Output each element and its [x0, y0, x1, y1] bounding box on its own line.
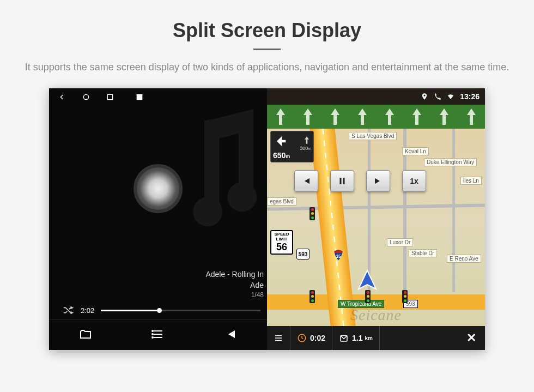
- svg-point-0: [83, 94, 88, 99]
- shuffle-icon[interactable]: [62, 304, 74, 316]
- lane-arrow-icon: [465, 108, 477, 125]
- lane-arrow-icon: [275, 108, 287, 125]
- turn-ahead-icon: [302, 136, 311, 144]
- home-icon[interactable]: [82, 93, 90, 104]
- road-minor: [452, 129, 455, 292]
- page-subtitle: It supports the same screen display of t…: [22, 60, 512, 75]
- eta-time: 0:02: [310, 334, 325, 342]
- svg-rect-6: [340, 178, 342, 184]
- road-label: Luxor Dr: [387, 238, 413, 246]
- pause-button[interactable]: [330, 170, 354, 192]
- lane-arrow-icon: [329, 108, 341, 125]
- track-counter: 1/48: [49, 291, 264, 300]
- lane-arrow-icon: [411, 108, 423, 125]
- watermark: Seicane: [350, 306, 402, 324]
- cd-spinner: [134, 164, 183, 213]
- eta-segment[interactable]: 0:02: [290, 326, 332, 350]
- next-turn-distance: 300: [300, 146, 308, 151]
- lane-guidance-bar: [267, 105, 485, 129]
- road-label: S Las Vegas Blvd: [349, 132, 397, 140]
- svg-point-5: [152, 337, 153, 338]
- clock-time: 13:26: [460, 92, 480, 101]
- speed-limit-sign: SPEED LIMIT 56: [270, 230, 293, 255]
- music-bottom-bar: [49, 319, 267, 350]
- elapsed-time: 2:02: [81, 306, 94, 315]
- location-icon: [421, 93, 428, 100]
- skip-back-button[interactable]: [294, 170, 318, 192]
- title-underline: [253, 49, 281, 50]
- lane-arrow-icon: [356, 108, 368, 125]
- turn-unit: m: [286, 154, 290, 159]
- traffic-light-icon: [310, 290, 315, 303]
- road-label: Koval Ln: [402, 147, 429, 155]
- svg-point-3: [152, 330, 153, 331]
- svg-rect-2: [137, 94, 143, 100]
- svg-rect-1: [107, 94, 112, 99]
- navigation-pane: 13:26 S Las Vegas Blvd Koval Ln Duke Ell…: [267, 88, 485, 350]
- interstate-shield-icon: 15: [332, 249, 344, 261]
- remaining-distance: 1.1: [352, 334, 362, 342]
- gallery-icon[interactable]: [135, 93, 144, 104]
- progress-row: 2:02: [49, 300, 267, 319]
- menu-button[interactable]: [267, 326, 290, 350]
- turn-distance: 650: [273, 151, 286, 160]
- distance-unit: km: [365, 335, 373, 341]
- track-title: Adele - Rolling In: [49, 269, 264, 280]
- road-koval: [403, 129, 406, 309]
- route-shield: 593: [296, 249, 310, 260]
- wifi-icon: [447, 93, 454, 100]
- close-button[interactable]: ✕: [458, 331, 485, 345]
- road-label: Stable Dr: [409, 249, 437, 257]
- playlist-icon[interactable]: [151, 328, 165, 343]
- road-label: egas Blvd: [267, 197, 296, 206]
- svg-rect-7: [343, 178, 345, 184]
- track-artist: Ade: [49, 280, 264, 291]
- music-note-icon: [180, 108, 278, 228]
- svg-text:15: 15: [336, 254, 341, 259]
- page-title: Split Screen Display: [0, 0, 534, 42]
- phone-icon: [434, 93, 441, 100]
- lane-arrow-icon: [384, 108, 396, 125]
- android-nav-bar: [49, 88, 267, 108]
- speed-button[interactable]: 1x: [402, 170, 426, 192]
- navigation-cursor-icon: [355, 268, 379, 292]
- device-frame: Adele - Rolling In Ade 1/48 2:02: [49, 88, 485, 350]
- back-icon[interactable]: [58, 93, 66, 104]
- album-art-area: [49, 108, 267, 269]
- svg-point-4: [152, 334, 153, 335]
- track-metadata: Adele - Rolling In Ade 1/48: [49, 269, 267, 300]
- turn-left-icon: [273, 134, 288, 149]
- media-control-overlay: 1x: [294, 170, 426, 192]
- folder-icon[interactable]: [79, 328, 92, 343]
- road-label: E Reno Ave: [447, 255, 481, 263]
- recents-icon[interactable]: [106, 93, 114, 104]
- previous-track-icon[interactable]: [224, 328, 237, 343]
- music-player-pane: Adele - Rolling In Ade 1/48 2:02: [49, 88, 267, 350]
- turn-instruction-panel: 300m 650m: [270, 131, 314, 162]
- distance-segment[interactable]: 1.1 km: [332, 326, 380, 350]
- lane-arrow-icon: [302, 108, 314, 125]
- traffic-light-icon: [310, 207, 315, 220]
- road-label: Duke Ellington Way: [424, 158, 477, 166]
- traffic-light-icon: [402, 290, 408, 303]
- road-label: iles Ln: [460, 177, 482, 185]
- skip-forward-button[interactable]: [366, 170, 390, 192]
- nav-bottom-bar: 0:02 1.1 km ✕: [267, 326, 485, 350]
- lane-arrow-icon: [438, 108, 450, 125]
- speed-value: 56: [271, 242, 292, 253]
- progress-bar[interactable]: [101, 310, 260, 311]
- status-bar: 13:26: [267, 88, 485, 105]
- next-turn-unit: m: [308, 147, 311, 150]
